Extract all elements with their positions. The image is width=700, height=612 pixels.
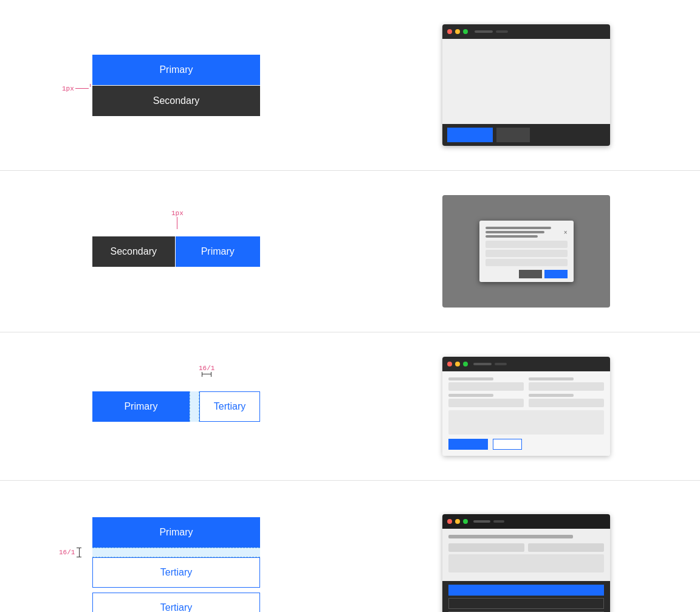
button-group-vertical: Primary Secondary	[92, 55, 260, 116]
annotation-label-4: 16/1	[59, 549, 75, 556]
title-3	[473, 363, 492, 365]
section-3-right	[352, 357, 700, 456]
mock-footer-4	[442, 581, 610, 612]
annotation-1px-h: 1px	[171, 210, 184, 229]
section-2-left: 1px Secondary Primary	[0, 224, 352, 279]
title-3b	[495, 363, 507, 365]
mock-titlebar-4	[442, 514, 610, 529]
primary-button-4[interactable]: Primary	[92, 517, 260, 548]
section-1-right	[352, 24, 700, 146]
dot-red-4	[447, 519, 452, 524]
gap-spacer	[190, 391, 199, 422]
section-4-right	[352, 514, 700, 612]
secondary-button[interactable]: Secondary	[92, 86, 260, 116]
secondary-button-2[interactable]: Secondary	[92, 236, 175, 267]
title-4b	[493, 520, 504, 523]
mock-window-1	[442, 24, 610, 146]
mock-footer-ter1	[448, 598, 604, 609]
mock-form-ter-btn	[493, 439, 522, 450]
mock-primary-btn	[447, 128, 493, 142]
section-1: 1px Primary Secondary	[0, 0, 700, 171]
gap-spacer-v	[92, 548, 260, 557]
section-4-left: 16/1 Primary Tertiary Tertiary	[0, 505, 352, 612]
mock-titlebar-3	[442, 357, 610, 371]
dot-red	[447, 29, 452, 34]
mock-content-area	[442, 39, 610, 124]
mock-window-2: ×	[442, 195, 610, 308]
section-1-left: 1px Primary Secondary	[0, 43, 352, 128]
button-group-horizontal: Secondary Primary	[92, 236, 260, 267]
dot-yellow-4	[455, 519, 460, 524]
button-group-h-gap: Primary Tertiary	[92, 391, 260, 422]
mock-window-3	[442, 357, 610, 456]
mock-titlebar-1	[442, 24, 610, 39]
dot-green-4	[463, 519, 468, 524]
mock-footer-pri	[448, 585, 604, 596]
mock-secondary-btn	[496, 128, 530, 142]
primary-button-2[interactable]: Primary	[176, 236, 261, 267]
annotation-16-1-v: 16/1	[59, 548, 81, 557]
mock-form-pri-btn	[448, 439, 488, 450]
dot-red-3	[447, 362, 452, 366]
primary-button-3[interactable]: Primary	[92, 391, 190, 422]
annotation-label: 1px	[62, 85, 74, 92]
section-3: 16/1 Primary Tertiary	[0, 332, 700, 481]
button-group-v-gap: Primary Tertiary Tertiary	[92, 517, 260, 612]
dot-yellow-3	[455, 362, 460, 366]
tertiary-button-4b[interactable]: Tertiary	[92, 593, 260, 612]
title-placeholder-2	[496, 30, 508, 33]
mock-form-body-4	[442, 529, 610, 581]
annotation-label-3: 16/1	[199, 365, 214, 372]
annotation-1px: 1px	[62, 85, 89, 92]
section-2-right: ×	[352, 195, 700, 308]
dot-green	[463, 29, 468, 34]
spacer-small	[92, 588, 260, 593]
mock-dialog-pri-btn	[544, 270, 568, 278]
primary-button[interactable]: Primary	[92, 55, 260, 85]
mock-window-4	[442, 514, 610, 612]
annotation-label-2: 1px	[171, 210, 184, 217]
title-4	[473, 520, 490, 523]
dot-green-3	[463, 362, 468, 366]
section-4: 16/1 Primary Tertiary Tertiary	[0, 481, 700, 612]
mock-footer	[442, 124, 610, 146]
annotation-16-1: 16/1	[199, 365, 214, 377]
section-3-left: 16/1 Primary Tertiary	[0, 379, 352, 434]
mock-dialog-sec-btn	[519, 270, 542, 278]
tertiary-button-4a[interactable]: Tertiary	[92, 557, 260, 588]
section-2: 1px Secondary Primary ×	[0, 171, 700, 332]
tertiary-button-3[interactable]: Tertiary	[199, 391, 260, 422]
title-placeholder	[475, 30, 493, 33]
dot-yellow	[455, 29, 460, 34]
mock-form-body	[442, 371, 610, 456]
mock-dialog: ×	[479, 221, 574, 282]
